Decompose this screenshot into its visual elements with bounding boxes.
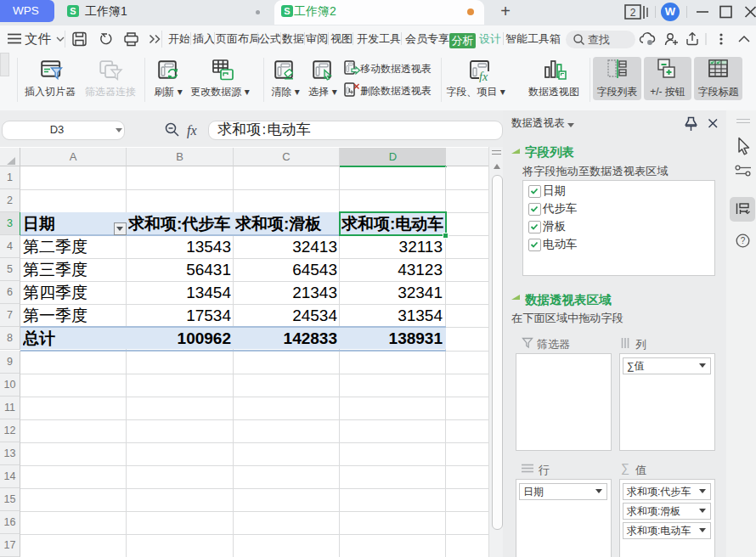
svg-text:fx: fx: [479, 70, 488, 82]
svg-text:2: 2: [630, 7, 636, 19]
svg-text:?: ?: [741, 236, 746, 245]
svg-text:fx: fx: [187, 123, 197, 138]
